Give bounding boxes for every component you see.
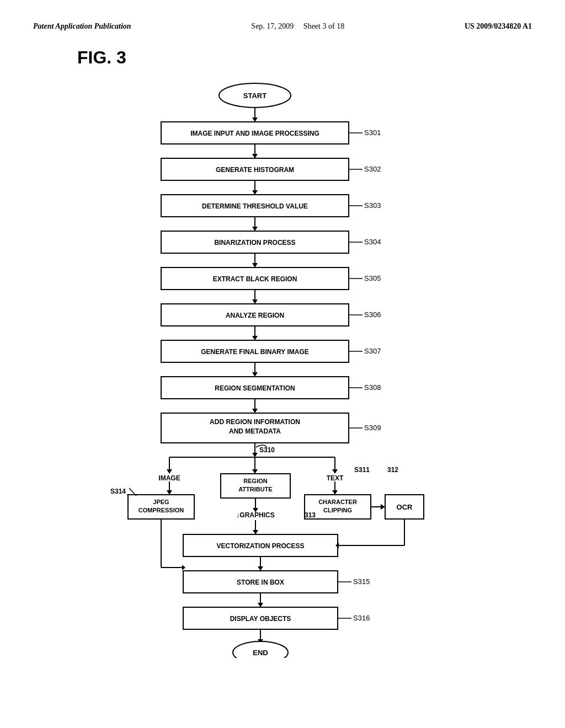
svg-marker-45 bbox=[332, 469, 338, 474]
s308-label: REGION SEGMENTATION bbox=[215, 384, 295, 392]
s314-label: S314 bbox=[110, 488, 126, 495]
s305-step: S305 bbox=[364, 274, 381, 282]
svg-marker-41 bbox=[167, 469, 172, 474]
s311-label: S311 bbox=[354, 466, 370, 474]
flowchart-svg: START IMAGE INPUT AND IMAGE PROCESSING S… bbox=[73, 79, 492, 658]
publication-label: Patent Application Publication bbox=[33, 22, 131, 30]
vector-label: VECTORIZATION PROCESS bbox=[217, 542, 305, 550]
svg-marker-66 bbox=[182, 565, 185, 570]
s308-step: S308 bbox=[364, 383, 381, 392]
svg-marker-51 bbox=[332, 490, 338, 495]
s301-label: IMAGE INPUT AND IMAGE PROCESSING bbox=[190, 130, 319, 137]
header-left: Patent Application Publication bbox=[33, 22, 131, 31]
s309-step: S309 bbox=[364, 424, 381, 432]
svg-marker-48 bbox=[167, 490, 172, 495]
page: Patent Application Publication Sep. 17, … bbox=[0, 0, 565, 728]
start-label: START bbox=[243, 92, 266, 100]
sheet-info: Sheet 3 of 18 bbox=[303, 22, 344, 30]
svg-marker-68 bbox=[258, 566, 263, 571]
figure-label: FIG. 3 bbox=[77, 47, 532, 68]
s302-step: S302 bbox=[364, 165, 381, 173]
svg-marker-22 bbox=[252, 299, 258, 304]
store-label: STORE IN BOX bbox=[237, 579, 284, 586]
jpeg-label2: COMPRESSION bbox=[138, 507, 184, 513]
jpeg-label1: JPEG bbox=[153, 499, 169, 505]
patent-number: US 2009/0234820 A1 bbox=[465, 22, 532, 30]
s301-step: S301 bbox=[364, 129, 381, 137]
s306-label: ANALYZE REGION bbox=[226, 312, 284, 319]
header-right: US 2009/0234820 A1 bbox=[465, 22, 532, 31]
s302-label: GENERATE HISTOGRAM bbox=[216, 166, 294, 174]
s316-step: S316 bbox=[353, 614, 370, 622]
svg-marker-43 bbox=[252, 469, 258, 474]
svg-marker-18 bbox=[252, 263, 258, 267]
s312-label: 312 bbox=[387, 466, 398, 474]
region-attr-label1: REGION bbox=[243, 478, 267, 484]
s307-label: GENERATE FINAL BINARY IMAGE bbox=[201, 348, 309, 356]
region-attr-label2: ATTRIBUTE bbox=[238, 486, 273, 493]
s313-label: 313 bbox=[305, 511, 316, 519]
svg-marker-38 bbox=[252, 453, 258, 457]
s304-step: S304 bbox=[364, 238, 381, 246]
s315-step: S315 bbox=[353, 577, 370, 586]
svg-marker-2 bbox=[252, 117, 258, 122]
s303-label: DETERMINE THRESHOLD VALUE bbox=[202, 202, 308, 210]
char-clip-label2: CLIPPING bbox=[323, 507, 352, 513]
svg-marker-34 bbox=[252, 409, 258, 413]
text-label: TEXT bbox=[327, 474, 344, 482]
s310-label: S310 bbox=[259, 446, 275, 454]
s305-label: EXTRACT BLACK REGION bbox=[213, 275, 297, 283]
s306-step: S306 bbox=[364, 311, 381, 319]
svg-marker-54 bbox=[381, 504, 385, 510]
page-header: Patent Application Publication Sep. 17, … bbox=[33, 22, 532, 31]
s304-label: BINARIZATION PROCESS bbox=[214, 239, 295, 247]
display-label: DISPLAY OBJECTS bbox=[230, 615, 291, 623]
svg-marker-10 bbox=[252, 190, 258, 195]
svg-marker-72 bbox=[258, 603, 263, 607]
svg-marker-26 bbox=[252, 336, 258, 340]
s303-step: S303 bbox=[364, 201, 381, 210]
graphics-label: ↓GRAPHICS bbox=[236, 511, 274, 519]
publication-date: Sep. 17, 2009 bbox=[251, 22, 294, 30]
s307-step: S307 bbox=[364, 347, 381, 355]
svg-marker-30 bbox=[252, 372, 258, 377]
svg-marker-6 bbox=[252, 154, 258, 158]
image-label: IMAGE bbox=[158, 474, 180, 482]
svg-marker-59 bbox=[253, 530, 258, 534]
ocr-label: OCR bbox=[397, 503, 413, 511]
char-clip-label1: CHARACTER bbox=[318, 499, 357, 505]
s309-label-line2: AND METADATA bbox=[229, 427, 281, 435]
s309-label-line1: ADD REGION INFORMATION bbox=[210, 418, 300, 426]
header-center: Sep. 17, 2009 Sheet 3 of 18 bbox=[251, 22, 344, 31]
end-label: END bbox=[253, 649, 268, 657]
svg-marker-14 bbox=[252, 227, 258, 231]
